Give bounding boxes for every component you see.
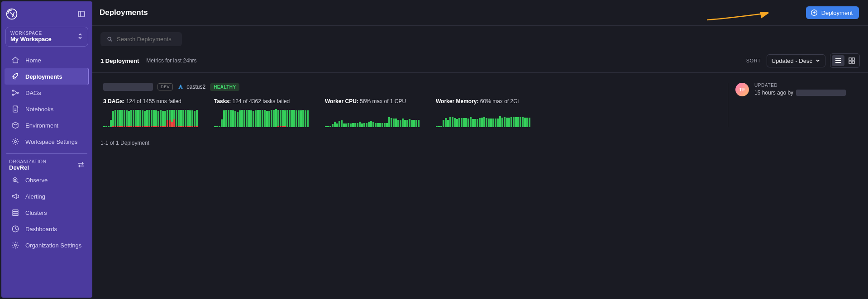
chevron-down-icon: [815, 58, 820, 63]
svg-rect-1: [78, 11, 85, 17]
search-box[interactable]: [100, 32, 182, 46]
notebook-icon: [11, 104, 20, 114]
spark-mem: [436, 107, 530, 127]
svg-point-3: [12, 94, 14, 95]
svg-rect-10: [13, 212, 18, 214]
workspace-label: WORKSPACE: [10, 31, 52, 36]
svg-point-7: [13, 178, 17, 182]
svg-point-2: [12, 90, 14, 91]
region-text: eastus2: [186, 84, 205, 90]
sidebar-item-label: Home: [25, 57, 41, 64]
sidebar-item-label: Dashboards: [25, 226, 57, 233]
sidebar-item-dashboards[interactable]: Dashboards: [5, 221, 89, 237]
rocket-icon: [11, 72, 20, 81]
swap-icon[interactable]: [77, 161, 85, 169]
toolbar: [92, 26, 868, 46]
updated-by-redacted: [796, 90, 846, 96]
sidebar-item-label: DAGs: [25, 90, 41, 96]
svg-rect-11: [13, 214, 18, 216]
list-view-button[interactable]: [832, 55, 844, 66]
stat-mem-prefix: Worker Memory:: [436, 98, 478, 104]
svg-point-13: [14, 244, 17, 247]
collapse-sidebar-button[interactable]: [77, 10, 86, 18]
grid-view-button[interactable]: [845, 55, 858, 66]
updated-text: 15 hours ago by: [754, 90, 793, 96]
stat-dags-rest: 124 of 1455 runs failed: [124, 98, 181, 104]
observe-icon: [11, 176, 20, 185]
dag-icon: [11, 88, 20, 97]
sidebar-item-home[interactable]: Home: [5, 52, 89, 68]
sidebar-item-alerting[interactable]: Alerting: [5, 188, 89, 204]
sidebar-item-label: Alerting: [25, 193, 45, 200]
svg-rect-19: [852, 61, 854, 63]
sort-value: Updated - Desc: [772, 57, 812, 64]
deployment-name-redacted: [103, 83, 153, 91]
new-deployment-button-label: Deployment: [821, 9, 853, 16]
stat-dags: 3 DAGs: 124 of 1455 runs failed: [103, 98, 198, 127]
sidebar-item-label: Workspace Settings: [25, 138, 77, 145]
sidebar-item-label: Clusters: [25, 209, 47, 216]
gear-icon: [11, 137, 20, 146]
deployment-card[interactable]: DEV eastus2 HEALTHY 3 DAGs: 124 of 1455 …: [98, 77, 863, 133]
page-header: Deployments Deployment: [92, 0, 868, 26]
metrics-range: Metrics for last 24hrs: [146, 57, 196, 64]
home-icon: [11, 56, 20, 65]
sidebar-item-label: Deployments: [25, 73, 62, 80]
stat-dags-prefix: 3 DAGs:: [103, 98, 124, 104]
sort-label: SORT:: [746, 58, 762, 63]
svg-rect-16: [849, 58, 851, 60]
sidebar-item-deployments[interactable]: Deployments: [5, 68, 89, 85]
workspace-selector[interactable]: WORKSPACE My Workspace: [5, 27, 88, 47]
sidebar-item-environment[interactable]: Environment: [5, 117, 89, 133]
search-input[interactable]: [117, 36, 176, 43]
gear-icon: [11, 241, 20, 250]
spark-cpu: [325, 107, 420, 127]
sidebar-item-dags[interactable]: DAGs: [5, 85, 89, 101]
stat-cpu-rest: 56% max of 1 CPU: [358, 98, 406, 104]
pagination-text: 1-1 of 1 Deployment: [92, 133, 868, 152]
stat-tasks-prefix: Tasks:: [214, 98, 231, 104]
sidebar: WORKSPACE My Workspace HomeDeploymentsDA…: [1, 1, 92, 298]
spark-dags: [103, 107, 198, 127]
sidebar-item-workspace-settings[interactable]: Workspace Settings: [5, 133, 89, 150]
env-icon: [11, 121, 20, 130]
svg-point-8: [14, 179, 16, 180]
sidebar-divider: [6, 153, 87, 154]
stat-cpu: Worker CPU: 56% max of 1 CPU: [325, 98, 420, 127]
azure-icon: [177, 84, 184, 90]
stat-tasks: Tasks: 124 of 4362 tasks failed: [214, 98, 309, 127]
sidebar-item-observe[interactable]: Observe: [5, 172, 89, 188]
organization-header: ORGANIZATION DevRel: [3, 157, 91, 172]
megaphone-icon: [11, 192, 20, 201]
workspace-name: My Workspace: [10, 36, 52, 43]
view-toggle: [830, 53, 860, 68]
avatar: TF: [735, 83, 749, 96]
search-icon: [107, 36, 113, 43]
sort-select[interactable]: Updated - Desc: [767, 54, 825, 67]
clusters-icon: [11, 208, 20, 217]
sidebar-item-notebooks[interactable]: Notebooks: [5, 101, 89, 117]
dashboards-icon: [11, 224, 20, 233]
sidebar-item-organization-settings[interactable]: Organization Settings: [5, 237, 89, 253]
page-title: Deployments: [100, 8, 148, 17]
updated-label: UPDATED: [754, 83, 846, 88]
organization-label: ORGANIZATION: [9, 159, 47, 164]
region: eastus2: [177, 84, 205, 90]
sidebar-item-label: Organization Settings: [25, 242, 81, 249]
svg-point-15: [108, 37, 111, 40]
deployment-count: 1 Deployment: [100, 57, 139, 64]
svg-rect-17: [852, 58, 854, 60]
organization-name: DevRel: [9, 164, 47, 171]
sidebar-item-label: Observe: [25, 177, 48, 184]
health-badge: HEALTHY: [210, 83, 239, 91]
stat-mem-rest: 60% max of 2Gi: [478, 98, 519, 104]
spark-tasks: [214, 107, 309, 127]
svg-point-4: [17, 92, 19, 94]
plus-circle-icon: [811, 9, 818, 16]
sidebar-item-label: Environment: [25, 122, 58, 129]
sidebar-item-clusters[interactable]: Clusters: [5, 204, 89, 221]
app-logo: [5, 7, 18, 21]
new-deployment-button[interactable]: Deployment: [806, 6, 859, 19]
stat-mem: Worker Memory: 60% max of 2Gi: [436, 98, 530, 127]
svg-rect-9: [13, 210, 18, 212]
